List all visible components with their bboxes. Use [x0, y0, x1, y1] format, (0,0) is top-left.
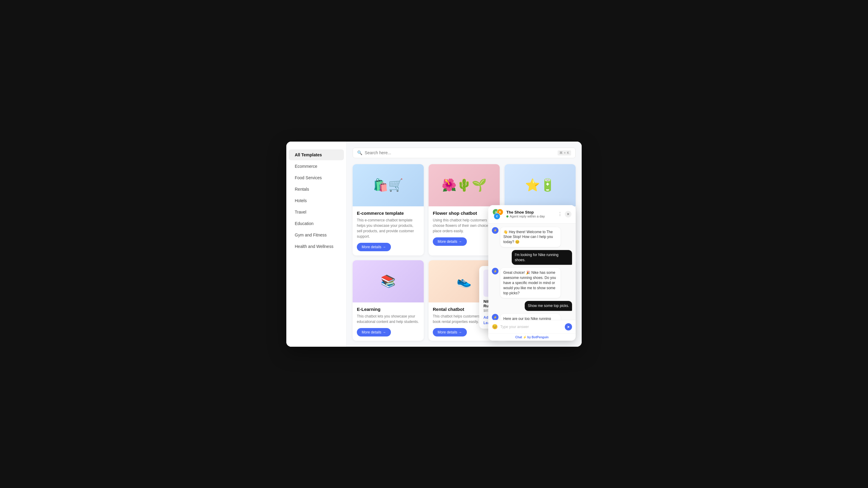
bot-message-bubble: 👋 Hey there! Welcome to The Shoe Stop! H…	[500, 227, 561, 247]
card-body-elearning: E-Learning This chatbot lets you showcas…	[352, 302, 424, 341]
card-title-elearning: E-Learning	[357, 307, 420, 312]
card-desc-ecommerce: This e-commerce chatbot template helps y…	[357, 218, 420, 239]
sidebar-item-hotels[interactable]: Hotels	[289, 195, 344, 206]
bot-avatar: ⚡	[492, 227, 498, 234]
sidebar: All TemplatesEcommerceFood ServicesRenta…	[286, 141, 347, 347]
sidebar-item-gym-fitness[interactable]: Gym and Fitness	[289, 230, 344, 240]
status-dot	[506, 216, 508, 218]
sidebar-item-education[interactable]: Education	[289, 218, 344, 229]
sidebar-item-food-services[interactable]: Food Services	[289, 172, 344, 183]
bot-message-bubble: Here are our top Nike running shoes for …	[500, 314, 561, 320]
chat-footer-text: Chat ⚡ by BotPenguin	[516, 335, 549, 339]
card-image-solar: ⭐🔋	[504, 164, 576, 206]
chat-store-name: The Shoe Stop	[506, 210, 553, 215]
card-desc-elearning: This chatbot lets you showcase your educ…	[357, 314, 420, 324]
template-card-ecommerce: 🛍️🛒 E-commerce template This e-commerce …	[352, 164, 424, 255]
chat-input[interactable]	[500, 325, 562, 329]
chat-status: Agent reply within a day	[506, 215, 553, 218]
chat-widget: A B C The Shoe Stop Agent reply within a…	[488, 205, 576, 341]
more-details-btn-elearning[interactable]: More details →	[357, 328, 391, 336]
chat-header-actions: ⋮ ✕	[556, 210, 571, 218]
sidebar-item-travel[interactable]: Travel	[289, 207, 344, 218]
chat-footer: Chat ⚡ by BotPenguin	[488, 333, 576, 341]
chat-avatar-group: A B C	[493, 209, 503, 220]
card-image-ecommerce: 🛍️🛒	[352, 164, 424, 206]
app-container: All TemplatesEcommerceFood ServicesRenta…	[286, 141, 582, 347]
sidebar-item-ecommerce[interactable]: Ecommerce	[289, 161, 344, 172]
bot-avatar: ⚡	[492, 268, 498, 274]
chat-message-row: ⚡ Here are our top Nike running shoes fo…	[492, 314, 572, 320]
chat-status-text: Agent reply within a day	[510, 215, 545, 218]
user-message-bubble: I'm looking for Nike running shoes.	[512, 250, 572, 265]
card-title-flower-shop: Flower shop chatbot	[433, 210, 495, 216]
template-card-elearning: 📚 E-Learning This chatbot lets you showc…	[352, 260, 424, 341]
more-details-btn-flower-shop[interactable]: More details →	[433, 237, 467, 246]
card-body-ecommerce: E-commerce template This e-commerce chat…	[352, 206, 424, 255]
sidebar-item-health-wellness[interactable]: Health and Wellness	[289, 241, 344, 252]
chat-message-row: I'm looking for Nike running shoes.	[492, 250, 572, 265]
search-input[interactable]	[365, 150, 555, 155]
card-image-flower-shop: 🌺🌵🌱	[429, 164, 500, 206]
chat-message-row: ⚡ Great choice! 🎉 Nike has some awesome …	[492, 268, 572, 298]
chat-header: A B C The Shoe Stop Agent reply within a…	[488, 205, 576, 224]
emoji-icon[interactable]: 😊	[492, 324, 498, 330]
more-details-btn-ecommerce[interactable]: More details →	[357, 243, 391, 251]
chat-message-row: Show me some top picks.	[492, 301, 572, 311]
search-shortcut: ⌘ + K	[558, 150, 571, 156]
card-desc-flower-shop: Using this chatbot help customers choose…	[433, 218, 495, 234]
bot-avatar: ⚡	[492, 314, 498, 320]
sidebar-item-all-templates[interactable]: All Templates	[289, 150, 344, 160]
botpenguin-label: BotPenguin	[532, 335, 549, 339]
send-button[interactable]: ➤	[565, 323, 572, 330]
chat-messages: ⚡ 👋 Hey there! Welcome to The Shoe Stop!…	[488, 224, 576, 320]
search-icon: 🔍	[357, 150, 362, 155]
card-title-ecommerce: E-commerce template	[357, 210, 420, 216]
chat-input-area: 😊 ➤	[488, 320, 576, 333]
search-bar: 🔍 ⌘ + K	[352, 148, 576, 158]
avatar-3: C	[494, 213, 500, 220]
more-details-btn-rental[interactable]: More details →	[433, 328, 467, 336]
chat-message-row: ⚡ 👋 Hey there! Welcome to The Shoe Stop!…	[492, 227, 572, 247]
card-image-elearning: 📚	[352, 260, 424, 302]
sidebar-item-rentals[interactable]: Rentals	[289, 184, 344, 195]
bot-message-bubble: Great choice! 🎉 Nike has some awesome ru…	[500, 268, 561, 298]
chat-header-info: The Shoe Stop Agent reply within a day	[506, 210, 553, 218]
chat-close-button[interactable]: ✕	[565, 211, 571, 218]
chat-menu-button[interactable]: ⋮	[556, 210, 564, 218]
user-message-bubble: Show me some top picks.	[525, 301, 572, 311]
